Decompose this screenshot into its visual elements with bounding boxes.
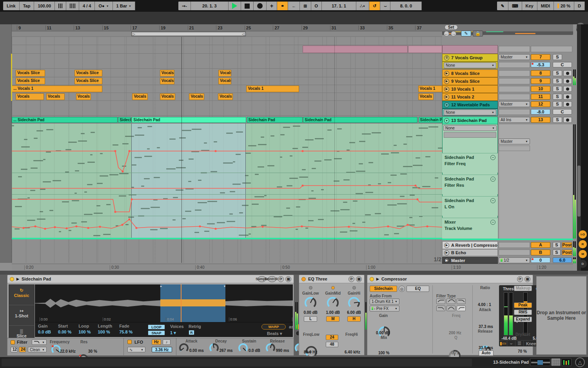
sidechain-eq-toggle[interactable]: EQ bbox=[407, 286, 429, 292]
fold-icon[interactable]: ▶ bbox=[444, 79, 449, 84]
fold-icon[interactable]: ▶ bbox=[444, 243, 449, 248]
eq-three-device[interactable]: EQ Three ⟳▣ GainLow0.00 dBLGainMid1.00 d… bbox=[299, 275, 365, 355]
stop-button[interactable] bbox=[241, 2, 254, 10]
lane-track-volume[interactable]: MixerTrack Volume– bbox=[442, 218, 498, 239]
track-header-wavetable-pads[interactable]: ▼12 Wavetable Pads bbox=[442, 101, 498, 109]
filter-bell-icon[interactable] bbox=[446, 299, 456, 304]
clip[interactable]: Sidechain Pa bbox=[419, 117, 442, 123]
play-button[interactable] bbox=[229, 2, 241, 10]
sidechain-tap-menu[interactable]: - Pre FX▼ bbox=[370, 306, 399, 312]
filter-freq-knob[interactable] bbox=[51, 345, 61, 354]
expand-mode-button[interactable]: Expand bbox=[514, 317, 532, 322]
loop-region[interactable]: ▸ ▾ bbox=[160, 284, 225, 322]
remove-lane-icon[interactable]: – bbox=[490, 198, 495, 203]
voices-selector[interactable]: 1 ▾ bbox=[170, 330, 176, 335]
band-h-kill-button[interactable]: H bbox=[347, 316, 361, 322]
unfold-icon[interactable]: ▼ bbox=[444, 102, 449, 107]
scrollbar-handle[interactable] bbox=[577, 166, 581, 217]
prev-locator-icon[interactable]: ← bbox=[444, 31, 449, 36]
fold-icon[interactable]: ▶ bbox=[444, 71, 449, 76]
device-on-toggle[interactable] bbox=[370, 277, 374, 281]
track8-arm-button[interactable] bbox=[563, 70, 572, 76]
track10-solo-button[interactable]: S bbox=[553, 86, 562, 92]
slope-24-button[interactable]: 24 bbox=[326, 335, 338, 340]
remove-lane-icon[interactable]: – bbox=[490, 220, 495, 225]
return-b-solo-button[interactable]: S bbox=[553, 250, 561, 255]
sample-param-gain[interactable]: Gain0.0 dB bbox=[38, 324, 51, 334]
lane-filter-res[interactable]: Sidechain PadFilter Res– bbox=[442, 175, 498, 194]
track10-number[interactable]: 10 bbox=[531, 86, 550, 92]
track12-number[interactable]: 12 bbox=[531, 101, 550, 107]
makeup-toggle[interactable]: Makeup bbox=[514, 286, 532, 291]
filter-highshelf-icon[interactable] bbox=[457, 299, 466, 304]
filter-highpass-icon[interactable] bbox=[457, 306, 466, 311]
arrangement-position-field[interactable]: 20. 1. 3 bbox=[191, 2, 229, 10]
clip[interactable]: Vocals 1 bbox=[418, 86, 442, 92]
release-knob[interactable] bbox=[266, 343, 275, 353]
clip[interactable]: Vocals bbox=[160, 70, 174, 77]
link-button[interactable]: Link bbox=[3, 2, 20, 10]
filter-circuit-menu[interactable]: Clean▼ bbox=[28, 347, 47, 352]
return-b-header[interactable]: ▶B Echo bbox=[442, 249, 498, 256]
device-fold-icon[interactable]: ▶ bbox=[376, 277, 379, 281]
remove-lane-icon[interactable]: – bbox=[490, 177, 495, 182]
clip[interactable]: Vocals 1 bbox=[246, 86, 299, 92]
filter-bandpass-icon[interactable] bbox=[446, 306, 456, 311]
track-header-vocals-slice-8[interactable]: ▶8 Vocals Slice bbox=[442, 69, 498, 77]
time-signature-field[interactable]: 4 / 4 bbox=[79, 2, 95, 10]
sidechain-toggle[interactable]: Sidechain bbox=[370, 286, 397, 292]
lfo-shape-menu[interactable]: ∿▼ bbox=[127, 347, 145, 352]
gainmid-knob[interactable] bbox=[327, 297, 339, 309]
track8-solo-button[interactable]: S bbox=[553, 70, 562, 76]
loop-start-field[interactable]: 17. 1. 1 bbox=[322, 2, 356, 10]
automation-curves[interactable] bbox=[12, 124, 442, 239]
time-ruler[interactable]: 0:200:300:400:501:001:101:20 bbox=[12, 264, 573, 271]
arrangement-area[interactable]: Vocals SliceVocals SliceVocalsVocals Voc… bbox=[12, 37, 442, 263]
gainlow-knob[interactable] bbox=[305, 297, 316, 309]
cpu-meter[interactable]: 20 % bbox=[554, 2, 574, 10]
computer-midi-keyboard-icon[interactable]: ⌨ bbox=[508, 2, 522, 10]
loop-length-field[interactable]: 8. 0. 0 bbox=[390, 2, 422, 10]
return-a-solo-button[interactable]: S bbox=[553, 242, 561, 248]
clip[interactable]: Sidechain Pad bbox=[303, 117, 417, 123]
track12-pan-field[interactable]: C bbox=[553, 109, 572, 115]
record-button[interactable] bbox=[254, 2, 267, 10]
sample-display[interactable]: ▸ ▾ 0:000:020:040:060:08 bbox=[35, 284, 293, 322]
save-preset-icon[interactable]: ▣ bbox=[524, 276, 530, 282]
track13-number[interactable]: 13 bbox=[531, 117, 550, 123]
clip[interactable]: Vocals bbox=[76, 93, 91, 100]
track-header-sidechain-pad[interactable]: ▼13 Sidechain Pad bbox=[442, 117, 498, 124]
return-a-header[interactable]: ▶A Reverb | Compressor bbox=[442, 241, 498, 249]
decay-knob[interactable] bbox=[209, 343, 219, 353]
disk-overload-indicator[interactable]: D bbox=[574, 2, 585, 10]
track10-arm-button[interactable] bbox=[563, 86, 572, 92]
group-routing-menu[interactable]: Master▼ bbox=[499, 54, 530, 60]
midi-overdub-button[interactable]: ⚭ bbox=[277, 2, 288, 10]
clip[interactable]: Vocals bbox=[189, 93, 204, 100]
track8-number[interactable]: 8 bbox=[531, 70, 550, 76]
device-on-toggle[interactable] bbox=[10, 277, 14, 281]
clip[interactable] bbox=[303, 46, 408, 53]
compressor-device[interactable]: ▶ Compressor ⟳▣ Sidechain ◎ EQ Audio Fro… bbox=[367, 275, 533, 355]
rms-mode-button[interactable]: RMS bbox=[514, 310, 532, 315]
clip[interactable]: Vocals bbox=[418, 93, 434, 100]
clip[interactable]: ... Sidechain Pad bbox=[12, 117, 118, 123]
hot-swap-icon[interactable]: ⟳ bbox=[278, 276, 284, 282]
fold-icon[interactable]: ▶ bbox=[444, 258, 449, 263]
nudge-down-icon[interactable] bbox=[55, 2, 66, 10]
track13-output-menu[interactable]: None▼ bbox=[443, 125, 497, 131]
lfo-rate-field[interactable]: 3.36 Hz bbox=[152, 347, 172, 352]
session-record-frame-icon[interactable]: ⊞ bbox=[300, 2, 311, 10]
tab-controls[interactable]: Controls bbox=[268, 276, 276, 282]
track12-routing-menu[interactable]: Master▼ bbox=[499, 101, 530, 107]
nudge-up-icon[interactable] bbox=[66, 2, 79, 10]
track-header-vocals-2[interactable]: ▶11 Vocals 2 bbox=[442, 93, 498, 101]
clip[interactable]: Vocals bbox=[218, 70, 231, 77]
follow-icon[interactable]: ➞‑ bbox=[178, 2, 191, 10]
lane-filter-freq[interactable]: Sidechain PadFilter Freq– bbox=[442, 153, 498, 173]
mode-oneshot-tab[interactable]: ↦1-Shot bbox=[9, 305, 34, 326]
view-collapsed-icon[interactable]: ▮▭ bbox=[499, 341, 507, 346]
track6-header[interactable] bbox=[442, 45, 498, 54]
loop-start-handle[interactable]: ▸ bbox=[160, 284, 162, 288]
track9-number[interactable]: 9 bbox=[531, 78, 550, 84]
